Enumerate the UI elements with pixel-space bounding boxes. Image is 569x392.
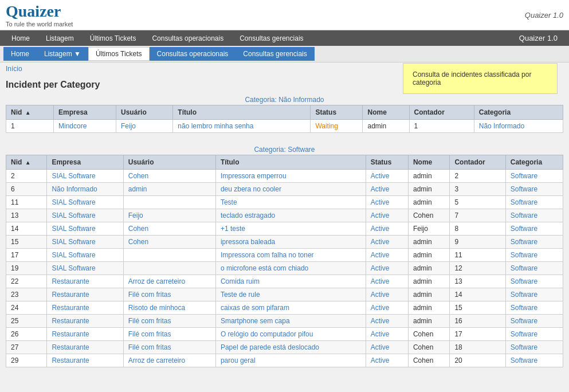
- table-row: 25RestauranteFilé com fritasSmartphone s…: [6, 315, 563, 328]
- section2-col-status[interactable]: Status: [366, 155, 408, 170]
- section2-tbody: 2SIAL SoftwareCohenImpressora emperrouAc…: [6, 170, 563, 367]
- section1-col-contador[interactable]: Contador: [409, 105, 474, 120]
- table-row: 29RestauranteArroz de carreteiroparou ge…: [6, 354, 563, 367]
- table-row: 2SIAL SoftwareCohenImpressora emperrouAc…: [6, 170, 563, 183]
- section1-table-wrap: Nid ▲ Empresa Usuário Título Status Nome…: [0, 105, 569, 133]
- section2-category-prefix: Categoria:: [254, 146, 285, 154]
- table-row: 24RestauranteRisoto de minhocacaixas de …: [6, 301, 563, 315]
- topnav-home[interactable]: Home: [3, 31, 38, 46]
- section2-col-titulo[interactable]: Título: [215, 155, 366, 170]
- section1-col-status[interactable]: Status: [311, 105, 363, 120]
- section1-thead: Nid ▲ Empresa Usuário Título Status Nome…: [6, 105, 563, 120]
- table-row: 13SIAL SoftwareFeijoteclado estragadoAct…: [6, 209, 563, 222]
- table-row: 17SIAL SoftwareImpressora com falha no t…: [6, 249, 563, 262]
- top-nav: Home Listagem Últimos Tickets Consultas …: [0, 30, 569, 46]
- section2-thead: Nid ▲ Empresa Usuário Título Status Nome…: [6, 155, 563, 170]
- topnav-listagem[interactable]: Listagem: [38, 31, 82, 46]
- table-row: 22RestauranteArroz de carreteiroComida r…: [6, 275, 563, 288]
- breadcrumb-ultimos-tickets[interactable]: Últimos Tickets: [88, 47, 150, 61]
- section2-category-label: Categoria: Software: [0, 142, 569, 155]
- tooltip-text: Consulta de incidentes classificada por …: [413, 70, 531, 87]
- tooltip-box: Consulta de incidentes classificada por …: [403, 63, 558, 94]
- section2-table-wrap: Nid ▲ Empresa Usuário Título Status Nome…: [0, 155, 569, 367]
- table-row: 6Não Informadoadmindeu zbera no coolerAc…: [6, 183, 563, 196]
- tagline: To rule the world market: [6, 21, 73, 28]
- section2-col-usuario[interactable]: Usuário: [123, 155, 215, 170]
- breadcrumb-home[interactable]: Home: [3, 47, 37, 61]
- logo: Quaizer: [6, 2, 73, 21]
- topnav-consultas-gerenciais[interactable]: Consultas gerenciais: [231, 31, 311, 46]
- table-row: 23RestauranteFilé com fritasTeste de rul…: [6, 288, 563, 301]
- breadcrumb-consultas-gerenciais[interactable]: Consultas gerenciais: [236, 47, 314, 61]
- table-row: 1MindcoreFeijonão lembro minha senhaWait…: [6, 120, 563, 133]
- breadcrumb-listagem[interactable]: Listagem ▼: [37, 47, 88, 61]
- table-row: 15SIAL SoftwareCohenipressora baleadaAct…: [6, 236, 563, 249]
- section1-col-nome[interactable]: Nome: [363, 105, 409, 120]
- section1-col-usuario[interactable]: Usuário: [116, 105, 173, 120]
- top-nav-version: Quaizer 1.0: [511, 30, 566, 46]
- section2-col-contador[interactable]: Contador: [450, 155, 505, 170]
- section1-table: Nid ▲ Empresa Usuário Título Status Nome…: [6, 105, 563, 133]
- section1-category-label: Categoria: Não Informado: [0, 92, 569, 105]
- section2-col-nome[interactable]: Nome: [408, 155, 449, 170]
- table-row: 11SIAL SoftwareTesteActiveadmin5Software: [6, 196, 563, 209]
- section2-col-empresa[interactable]: Empresa: [47, 155, 123, 170]
- breadcrumb-nav: Home Listagem ▼ Últimos Tickets Consulta…: [0, 46, 569, 62]
- breadcrumb-consultas-operacionais[interactable]: Consultas operacionais: [150, 47, 236, 61]
- section1-tbody: 1MindcoreFeijonão lembro minha senhaWait…: [6, 120, 563, 133]
- version-label: Quaizer 1.0: [525, 11, 563, 19]
- section1-col-nid[interactable]: Nid ▲: [6, 105, 54, 120]
- section1-col-categoria[interactable]: Categoria: [474, 105, 563, 120]
- topnav-ultimos-tickets[interactable]: Últimos Tickets: [82, 31, 144, 46]
- table-row: 27RestauranteFilé com fritasPapel de par…: [6, 341, 563, 354]
- section1-category-prefix: Categoria:: [245, 96, 276, 104]
- section1-category-name[interactable]: Não Informado: [278, 96, 324, 104]
- section2-col-nid[interactable]: Nid ▲: [6, 155, 47, 170]
- header: Quaizer To rule the world market Quaizer…: [0, 0, 569, 30]
- inicio-link[interactable]: Início: [6, 65, 22, 73]
- table-row: 14SIAL SoftwareCohen+1 testeActiveFeijo8…: [6, 222, 563, 236]
- table-row: 19SIAL Softwareo microfone está com chia…: [6, 262, 563, 275]
- section2-col-categoria[interactable]: Categoria: [505, 155, 563, 170]
- section1-col-empresa[interactable]: Empresa: [54, 105, 116, 120]
- table-row: 26RestauranteFilé com fritasO relógio do…: [6, 328, 563, 341]
- topnav-consultas-operacionais[interactable]: Consultas operacionais: [144, 31, 231, 46]
- section1-col-titulo[interactable]: Título: [173, 105, 311, 120]
- section2-table: Nid ▲ Empresa Usuário Título Status Nome…: [6, 155, 563, 367]
- section2-category-name[interactable]: Software: [288, 146, 315, 154]
